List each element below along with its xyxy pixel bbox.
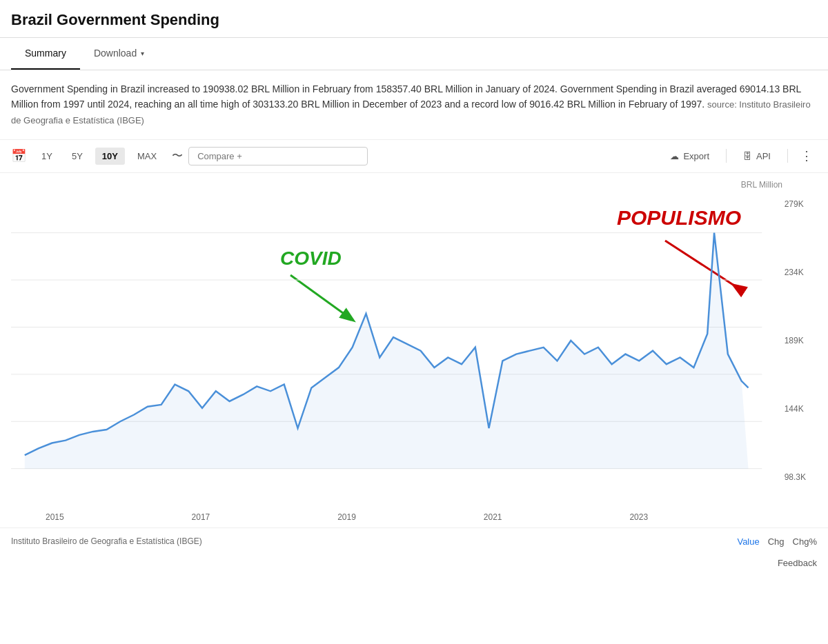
x-label-2017: 2017	[192, 512, 210, 522]
more-options-icon[interactable]: ⋮	[796, 148, 817, 163]
chart-svg	[11, 192, 782, 489]
tabs-bar: Summary Download ▾	[0, 38, 828, 70]
export-button[interactable]: ☁ Export	[662, 148, 718, 165]
chg-toggle[interactable]: Chg	[768, 536, 785, 547]
period-max-button[interactable]: MAX	[130, 148, 164, 165]
y-label-1: 98.3K	[785, 472, 806, 482]
feedback-bar: Feedback	[0, 555, 828, 574]
page-title: Brazil Government Spending	[11, 11, 817, 29]
value-toggle[interactable]: Value	[737, 536, 759, 547]
chart-source-label: Instituto Brasileiro de Geografia e Esta…	[11, 536, 202, 546]
chart-unit-label: BRL Million	[11, 180, 817, 190]
page-container: Brazil Government Spending Summary Downl…	[0, 0, 828, 644]
export-icon: ☁	[670, 151, 679, 161]
y-label-5: 279K	[785, 199, 806, 209]
x-label-2019: 2019	[337, 512, 356, 522]
chart-controls: 📅 1Y 5Y 10Y MAX 〜 ☁ Export 🗄 API ⋮	[0, 140, 828, 173]
summary-section: Government Spending in Brazil increased …	[0, 70, 828, 140]
chart-footer: Instituto Brasileiro de Geografia e Esta…	[0, 527, 828, 555]
tab-download[interactable]: Download ▾	[80, 38, 158, 70]
x-label-2015: 2015	[46, 512, 64, 522]
x-label-2021: 2021	[484, 512, 502, 522]
y-label-2: 144K	[785, 404, 806, 414]
y-label-3: 189K	[785, 336, 806, 345]
api-button[interactable]: 🗄 API	[735, 148, 779, 165]
feedback-button[interactable]: Feedback	[778, 558, 817, 568]
x-label-2023: 2023	[629, 512, 648, 522]
y-label-4: 234K	[785, 268, 806, 277]
chevron-down-icon: ▾	[141, 50, 144, 57]
chart-type-icon[interactable]: 〜	[172, 149, 183, 163]
footer-actions: Value Chg Chg%	[737, 536, 817, 547]
summary-text: Government Spending in Brazil increased …	[11, 83, 801, 110]
x-axis-labels: 2015 2017 2019 2021 2023	[11, 510, 817, 525]
divider-2	[787, 149, 788, 163]
page-header: Brazil Government Spending	[0, 0, 828, 38]
y-axis-labels: 279K 234K 189K 144K 98.3K	[785, 192, 806, 489]
divider	[726, 149, 727, 163]
chart-wrapper: 279K 234K 189K 144K 98.3K COVID POPULISM…	[11, 192, 817, 510]
svg-marker-8	[25, 233, 749, 469]
chart-area: BRL Million 279K 234K 189K 144K 98.3K CO…	[0, 173, 828, 525]
api-icon: 🗄	[743, 151, 752, 161]
calendar-icon[interactable]: 📅	[11, 148, 26, 163]
period-10y-button[interactable]: 10Y	[95, 148, 125, 165]
chg-pct-toggle[interactable]: Chg%	[793, 536, 817, 547]
period-5y-button[interactable]: 5Y	[65, 148, 90, 165]
compare-input[interactable]	[188, 147, 368, 165]
period-1y-button[interactable]: 1Y	[34, 148, 59, 165]
tab-summary[interactable]: Summary	[11, 38, 80, 70]
